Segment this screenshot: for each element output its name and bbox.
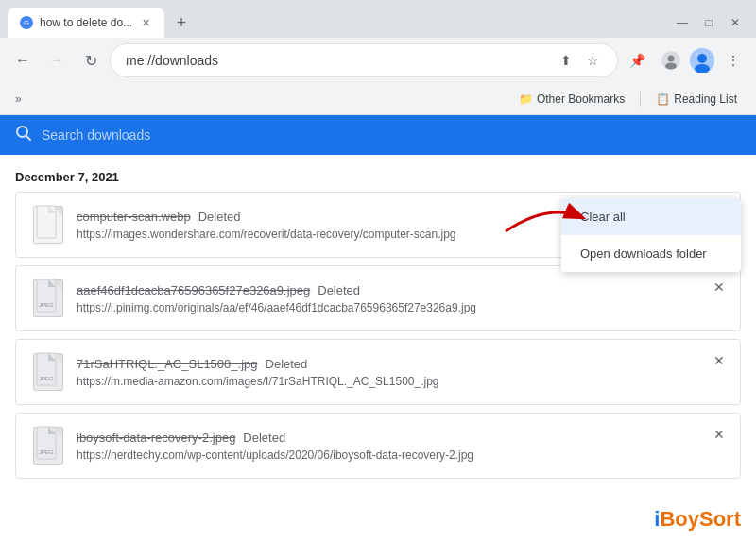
file-name-row: aaef46df1dcacba76596365f27e326a9.jpeg De… [77, 283, 725, 297]
jpeg-file-icon: JPEG [33, 427, 63, 465]
bookmark-star-icon[interactable]: ☆ [583, 51, 602, 70]
download-item: JPEG 71rSaHTRIQL._AC_SL1500_.jpg Deleted… [15, 339, 741, 405]
search-icon [15, 125, 32, 145]
file-icon [31, 204, 65, 245]
file-url: https://nerdtechy.com/wp-content/uploads… [77, 448, 725, 462]
file-url: https://m.media-amazon.com/images/I/71rS… [77, 375, 725, 388]
other-bookmarks-folder-icon: 📁 [519, 93, 533, 106]
nav-right: 📌 ⋮ [622, 45, 748, 76]
file-info: 71rSaHTRIQL._AC_SL1500_.jpg Deleted http… [77, 357, 725, 388]
address-bar[interactable]: me://downloads ⬆ ☆ [110, 43, 618, 77]
file-name-row: 71rSaHTRIQL._AC_SL1500_.jpg Deleted [77, 357, 725, 371]
file-icon: JPEG [31, 351, 65, 393]
file-info: iboysoft-data-recovery-2.jpeg Deleted ht… [77, 431, 725, 462]
back-button[interactable]: ← [8, 45, 38, 76]
file-name-row: iboysoft-data-recovery-2.jpeg Deleted [77, 431, 725, 445]
bookmarks-left: » [11, 91, 26, 108]
tab-bar: G how to delete do... ✕ + — □ ✕ [0, 0, 756, 38]
tab-bar-close[interactable]: ✕ [722, 9, 748, 36]
svg-text:JPEG: JPEG [39, 302, 54, 308]
file-icon: JPEG [31, 278, 65, 319]
reading-list-label: Reading List [674, 93, 737, 106]
other-bookmarks-label: Other Bookmarks [537, 93, 625, 106]
svg-text:JPEG: JPEG [39, 449, 54, 455]
file-name: aaef46df1dcacba76596365f27e326a9.jpeg [77, 283, 310, 297]
active-tab[interactable]: G how to delete do... ✕ [8, 8, 164, 38]
dropdown-menu: Clear all Open downloads folder [561, 198, 741, 272]
reading-list-button[interactable]: 📋 Reading List [648, 89, 745, 110]
bookmarks-divider [640, 92, 641, 107]
content-area: Clear all Open downloads folder December… [0, 115, 756, 541]
svg-point-4 [665, 63, 677, 70]
top-bar [0, 115, 756, 155]
forward-button[interactable]: → [42, 45, 72, 76]
file-name: iboysoft-data-recovery-2.jpeg [77, 431, 235, 445]
bookmarks-bar: » 📁 Other Bookmarks 📋 Reading List [0, 83, 756, 115]
download-item: JPEG iboysoft-data-recovery-2.jpeg Delet… [15, 413, 741, 479]
deleted-badge: Deleted [266, 357, 308, 371]
tab-bar-maximize[interactable]: □ [696, 9, 722, 36]
open-downloads-folder-button[interactable]: Open downloads folder [561, 235, 741, 272]
deleted-badge: Deleted [198, 210, 241, 224]
bookmarks-right: 📁 Other Bookmarks 📋 Reading List [511, 89, 745, 110]
file-name: computer-scan.webp [77, 210, 191, 224]
date-header: December 7, 2021 [0, 155, 756, 192]
svg-text:JPEG: JPEG [39, 376, 54, 381]
other-bookmarks-button[interactable]: 📁 Other Bookmarks [511, 89, 632, 110]
file-info: aaef46df1dcacba76596365f27e326a9.jpeg De… [77, 283, 725, 314]
clear-all-button[interactable]: Clear all [561, 198, 741, 235]
file-icon: JPEG [31, 425, 65, 466]
reading-list-icon: 📋 [656, 93, 670, 106]
tab-bar-right: — □ ✕ [669, 9, 748, 36]
download-item: JPEG aaef46df1dcacba76596365f27e326a9.jp… [15, 265, 741, 331]
tab-close-button[interactable]: ✕ [138, 15, 153, 30]
watermark-brand: BoySort [660, 507, 741, 531]
profile-icon[interactable] [656, 45, 686, 76]
browser-frame: G how to delete do... ✕ + — □ ✕ ← → ↻ me… [0, 0, 756, 541]
nav-bar: ← → ↻ me://downloads ⬆ ☆ 📌 ⋮ [0, 38, 756, 83]
deleted-badge: Deleted [243, 431, 285, 445]
search-input[interactable] [42, 127, 741, 143]
reload-button[interactable]: ↻ [76, 45, 106, 76]
pin-icon[interactable]: 📌 [622, 45, 652, 76]
close-item-button[interactable]: ✕ [710, 278, 729, 296]
close-item-button[interactable]: ✕ [710, 351, 729, 370]
svg-point-3 [668, 56, 675, 62]
generic-file-icon [33, 206, 63, 244]
file-url: https://i.pinimg.com/originals/aa/ef/46/… [77, 301, 725, 314]
jpeg-file-icon: JPEG [33, 279, 63, 317]
address-text: me://downloads [126, 53, 549, 68]
more-options-button[interactable]: ⋮ [718, 45, 748, 76]
bookmarks-chevron[interactable]: » [11, 91, 26, 108]
close-item-button[interactable]: ✕ [710, 425, 729, 444]
tab-bar-minimize[interactable]: — [669, 9, 696, 36]
tab-favicon: G [19, 15, 34, 30]
address-icons: ⬆ ☆ [557, 51, 602, 70]
svg-text:G: G [24, 19, 29, 27]
tab-title: how to delete do... [40, 16, 132, 29]
new-tab-button[interactable]: + [168, 9, 195, 36]
share-icon[interactable]: ⬆ [557, 51, 576, 70]
jpeg-file-icon: JPEG [33, 353, 63, 391]
file-name: 71rSaHTRIQL._AC_SL1500_.jpg [77, 357, 258, 371]
svg-point-6 [697, 54, 707, 63]
watermark: iBoySort [654, 507, 741, 532]
svg-line-9 [26, 136, 31, 141]
deleted-badge: Deleted [318, 283, 360, 297]
user-avatar[interactable] [690, 48, 714, 73]
